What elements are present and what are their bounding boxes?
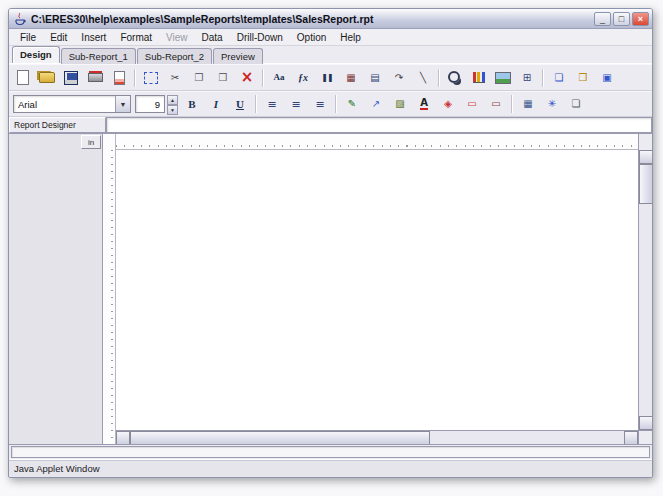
toolbar-new-document-button[interactable] (12, 68, 34, 88)
toolbar-insert-table-button[interactable]: ⊞ (516, 68, 538, 88)
merge-cells-icon: ▦ (523, 99, 532, 109)
toolbar-insert-subreport-button[interactable]: ❏ (548, 68, 570, 88)
scroll-right-icon[interactable] (624, 431, 638, 444)
menu-data[interactable]: Data (195, 31, 230, 44)
toolbar-print-preview-button[interactable] (108, 68, 130, 88)
font-size-combo[interactable]: 9 (135, 95, 165, 113)
tab-sub-report-2[interactable]: Sub-Report_2 (137, 48, 212, 64)
format-pattern-button[interactable]: ▨ (389, 94, 411, 114)
tab-sub-report-1[interactable]: Sub-Report_1 (61, 48, 136, 64)
tab-preview[interactable]: Preview (213, 48, 263, 64)
toolbar-separator (134, 69, 136, 87)
toolbar-save-button[interactable] (60, 68, 82, 88)
font-size-stepper[interactable]: ▲▼ (167, 95, 178, 113)
menu-option[interactable]: Option (290, 31, 333, 44)
menu-format[interactable]: Format (113, 31, 159, 44)
toolbar-insert-line-button[interactable]: ╲ (412, 68, 434, 88)
format-polyline-button[interactable]: ↗ (365, 94, 387, 114)
pen-icon: ✎ (348, 99, 356, 109)
cut-icon: ✂ (171, 73, 179, 83)
toolbar-select-rect-button[interactable] (140, 68, 162, 88)
format-snowflake-button[interactable]: ✳ (541, 94, 563, 114)
insert-columns-icon: ❚❚ (321, 74, 332, 82)
menu-view[interactable]: View (159, 31, 195, 44)
polyline-icon: ↗ (372, 99, 380, 109)
menu-drill-down[interactable]: Drill-Down (230, 31, 290, 44)
chevron-down-icon[interactable]: ▼ (115, 96, 130, 112)
menu-file[interactable]: File (13, 31, 43, 44)
format-bold-button[interactable]: B (181, 94, 203, 114)
designer-field[interactable] (106, 117, 652, 133)
toolbar-insert-columns-button[interactable]: ❚❚ (316, 68, 338, 88)
insert-formula-icon: ƒx (298, 73, 308, 83)
insert-crosstab-icon: ▦ (346, 73, 355, 83)
format-border-horizontal-button[interactable]: ▭ (461, 94, 483, 114)
toolbar-insert-text-button[interactable]: Aa (268, 68, 290, 88)
format-page-setup-button[interactable]: ❏ (565, 94, 587, 114)
format-italic-button[interactable]: I (205, 94, 227, 114)
font-family-value: Arial (14, 99, 115, 110)
menu-insert[interactable]: Insert (74, 31, 113, 44)
scroll-down-icon[interactable] (639, 416, 652, 430)
pattern-icon: ▨ (395, 99, 404, 109)
font-family-combo[interactable]: Arial ▼ (13, 95, 131, 113)
select-rect-icon (144, 72, 158, 84)
vertical-scroll-thumb[interactable] (639, 164, 652, 204)
title-bar[interactable]: C:\ERES30\help\examples\SampleReports\te… (9, 9, 652, 29)
format-merge-cells-button[interactable]: ▦ (517, 94, 539, 114)
horizontal-scrollbar[interactable] (116, 430, 638, 444)
font-color-icon: A (420, 98, 428, 110)
format-border-frame-button[interactable]: ▭ (485, 94, 507, 114)
format-font-color-button[interactable]: A (413, 94, 435, 114)
toolbar-insert-band-button[interactable]: ▤ (364, 68, 386, 88)
java-applet-bar: Java Applet Window (9, 459, 652, 477)
horizontal-scroll-track[interactable] (430, 431, 624, 444)
toolbar-delete-button[interactable]: × (236, 68, 258, 88)
spin-down-icon[interactable]: ▼ (167, 105, 178, 115)
format-align-right-button[interactable]: ≡ (309, 94, 331, 114)
toolbar-cut-button[interactable]: ✂ (164, 68, 186, 88)
toolbar-insert-curve-button[interactable]: ↷ (388, 68, 410, 88)
toolbar-zoom-button[interactable] (444, 68, 466, 88)
toolbar-open-folder-button[interactable] (36, 68, 58, 88)
minimize-button[interactable]: _ (594, 12, 611, 26)
ruler-unit-button[interactable]: in (81, 135, 101, 149)
toolbar-insert-formula-button[interactable]: ƒx (292, 68, 314, 88)
scroll-left-icon[interactable] (116, 431, 130, 444)
format-underline-button[interactable]: U (229, 94, 251, 114)
snowflake-icon: ✳ (548, 99, 556, 109)
status-bar (9, 445, 652, 459)
toolbar-paste-button[interactable]: ❒ (212, 68, 234, 88)
bold-icon: B (188, 99, 195, 110)
format-toolbar: Arial ▼ 9 ▲▼ BIU≡≡≡✎↗▨A◈▭▭▦✳❏ (9, 91, 652, 117)
format-pen-button[interactable]: ✎ (341, 94, 363, 114)
toolbar-copy-button[interactable]: ❐ (188, 68, 210, 88)
close-button[interactable]: × (632, 12, 649, 26)
tab-design[interactable]: Design (12, 46, 60, 63)
horizontal-scroll-thumb[interactable] (130, 431, 430, 444)
save-icon (64, 71, 78, 85)
toolbar-export-layers-button[interactable]: ❒ (572, 68, 594, 88)
toolbar-insert-chart-button[interactable] (468, 68, 490, 88)
italic-icon: I (214, 99, 218, 110)
vertical-scrollbar[interactable] (638, 134, 652, 444)
format-align-left-button[interactable]: ≡ (261, 94, 283, 114)
border-horizontal-icon: ▭ (467, 99, 476, 109)
vertical-scroll-track[interactable] (639, 204, 652, 416)
toolbar-insert-picture-button[interactable] (492, 68, 514, 88)
format-align-center-button[interactable]: ≡ (285, 94, 307, 114)
menu-edit[interactable]: Edit (43, 31, 74, 44)
font-size-value: 9 (136, 99, 164, 110)
menu-help[interactable]: Help (333, 31, 368, 44)
maximize-button[interactable]: □ (613, 12, 630, 26)
border-frame-icon: ▭ (491, 99, 500, 109)
format-fill-color-button[interactable]: ◈ (437, 94, 459, 114)
design-area: in (9, 133, 652, 445)
toolbar-insert-crosstab-button[interactable]: ▦ (340, 68, 362, 88)
scroll-up-icon[interactable] (639, 150, 652, 164)
toolbar-properties-window-button[interactable]: ▣ (596, 68, 618, 88)
vertical-ruler (103, 134, 116, 444)
spin-up-icon[interactable]: ▲ (167, 95, 178, 105)
toolbar-separator (335, 95, 337, 113)
toolbar-print-button[interactable] (84, 68, 106, 88)
